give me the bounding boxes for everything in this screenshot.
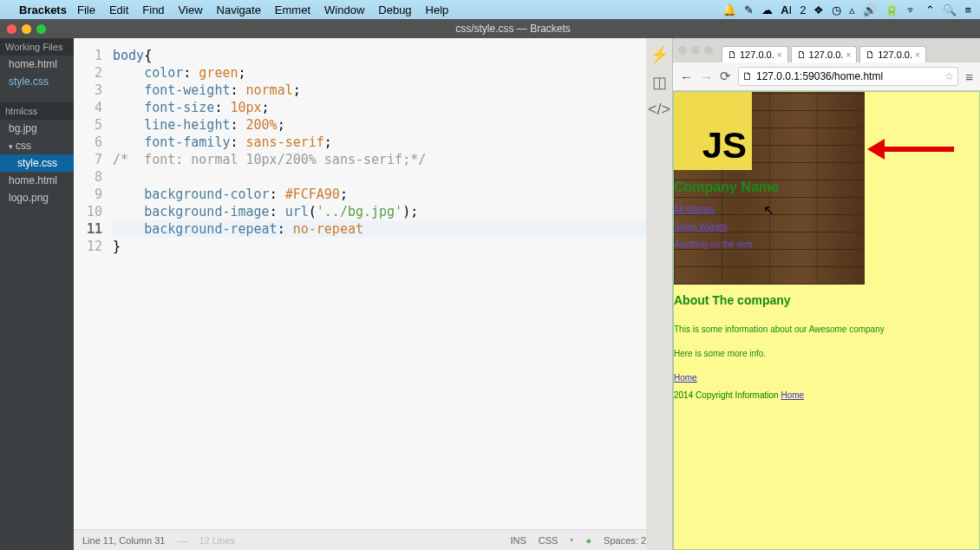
logo: JS [674, 92, 752, 170]
tree-item[interactable]: bg.jpg [0, 120, 74, 137]
tray-icon[interactable]: 2 [800, 3, 806, 16]
project-header[interactable]: htmlcss [0, 102, 74, 120]
nav-link[interactable]: All Widgits [674, 205, 715, 214]
extensions-icon[interactable]: ◫ [652, 73, 667, 92]
tree-folder-css[interactable]: css [0, 137, 74, 154]
code-area[interactable]: body{ color: green; font-weight: normal;… [113, 38, 672, 529]
browser-maximize-icon[interactable] [704, 46, 713, 55]
about-heading: About The company [674, 288, 979, 312]
browser-tabbar: 🗋127.0.0.× 🗋127.0.0.× 🗋127.0.0.× [673, 38, 980, 62]
browser-viewport: JS Company Name All Widgits Some Widgits… [673, 91, 980, 550]
annotation-arrow [867, 139, 954, 160]
paragraph: Here is some more info. [674, 345, 979, 363]
company-heading: Company Name [674, 174, 979, 201]
tray-icon[interactable]: 🔊 [863, 3, 877, 16]
tree-item[interactable]: home.html [0, 172, 74, 189]
tray-icon[interactable]: ⌃ [925, 3, 935, 16]
browser-tab[interactable]: 🗋127.0.0.× [791, 46, 858, 62]
tray-icon[interactable]: ▵ [849, 3, 855, 16]
code-editor[interactable]: 123456789101112 body{ color: green; font… [74, 38, 672, 550]
back-icon[interactable]: ← [680, 69, 693, 84]
browser-tab[interactable]: 🗋127.0.0.× [859, 46, 926, 62]
nav-text: Anything on the web [674, 239, 753, 249]
app-name[interactable]: Brackets [19, 3, 67, 16]
tray-icon[interactable]: ☁ [761, 3, 773, 16]
indent-mode[interactable]: Spaces: 2 [604, 535, 646, 546]
mouse-cursor-icon: ↖ [763, 202, 774, 219]
menu-find[interactable]: Find [142, 3, 164, 16]
close-tab-icon[interactable]: × [915, 50, 920, 60]
url-bar[interactable]: 🗋 127.0.0.1:59036/home.html ☆ [738, 67, 958, 86]
menu-edit[interactable]: Edit [109, 3, 128, 16]
tray-icon[interactable]: 🔍 [943, 3, 957, 16]
browser-toolbar: ← → ⟳ 🗋 127.0.0.1:59036/home.html ☆ ≡ [673, 62, 980, 91]
forward-icon[interactable]: → [700, 69, 713, 84]
mac-tray: 🔔 ✎ ☁ AI 2 ❖ ◷ ▵ 🔊 🔋 ᯤ ⌃ 🔍 ≡ [722, 3, 971, 16]
window-titlebar: css/style.css — Brackets [0, 19, 980, 38]
line-gutter: 123456789101112 [74, 38, 113, 529]
working-files-header: Working Files [0, 38, 74, 56]
tray-icon[interactable]: ᯤ [906, 3, 918, 16]
minimize-icon[interactable] [22, 24, 31, 34]
menu-file[interactable]: File [77, 3, 95, 16]
menu-window[interactable]: Window [324, 3, 364, 16]
url-text: 127.0.0.1:59036/home.html [756, 70, 883, 82]
cursor-position[interactable]: Line 11, Column 31 [82, 535, 165, 546]
status-circle-icon[interactable]: ● [585, 535, 591, 546]
copyright: 2014 Copyright Information [674, 390, 781, 400]
insert-mode[interactable]: INS [510, 535, 526, 546]
window-title: css/style.css — Brackets [455, 23, 571, 35]
browser-window: 🗋127.0.0.× 🗋127.0.0.× 🗋127.0.0.× ← → ⟳ 🗋… [672, 38, 980, 550]
mac-menubar: Brackets File Edit Find View Navigate Em… [0, 0, 980, 19]
menu-help[interactable]: Help [426, 3, 449, 16]
live-preview-icon[interactable]: ⚡ [650, 45, 669, 64]
menu-debug[interactable]: Debug [378, 3, 411, 16]
nav-link[interactable]: Some Widgits [674, 222, 728, 232]
close-icon[interactable] [7, 24, 16, 34]
tray-icon[interactable]: ≡ [964, 3, 971, 16]
home-link[interactable]: Home [674, 373, 697, 383]
statusbar: Line 11, Column 31 — 12 Lines INS CSS▾ ●… [74, 529, 672, 550]
menu-view[interactable]: View [179, 3, 203, 16]
paragraph: This is some information about our Aweso… [674, 321, 979, 338]
tray-icon[interactable]: ❖ [813, 3, 824, 16]
bookmark-icon[interactable]: ☆ [944, 70, 954, 82]
working-file[interactable]: style.css [0, 73, 74, 90]
menu-icon[interactable]: ≡ [965, 69, 973, 84]
line-count: 12 Lines [199, 535, 235, 546]
working-file[interactable]: home.html [0, 56, 74, 73]
close-tab-icon[interactable]: × [846, 50, 851, 60]
tray-icon[interactable]: AI [781, 3, 792, 16]
tray-icon[interactable]: 🔋 [885, 3, 898, 16]
menu-navigate[interactable]: Navigate [217, 3, 261, 16]
browser-tab[interactable]: 🗋127.0.0.× [722, 46, 788, 62]
menu-emmet[interactable]: Emmet [275, 3, 310, 16]
tree-item[interactable]: logo.png [0, 189, 74, 206]
close-tab-icon[interactable]: × [777, 50, 782, 60]
editor-toolbar: ⚡ ◫ </> [646, 38, 672, 550]
page-icon: 🗋 [742, 70, 753, 82]
tray-icon[interactable]: ◷ [832, 3, 841, 16]
browser-close-icon[interactable] [678, 46, 687, 55]
tree-item-style[interactable]: style.css [0, 154, 74, 172]
home-link[interactable]: Home [781, 390, 804, 400]
tray-icon[interactable]: ✎ [744, 3, 754, 16]
reload-icon[interactable]: ⟳ [720, 69, 731, 84]
language-mode[interactable]: CSS [539, 535, 559, 546]
code-icon[interactable]: </> [648, 101, 670, 119]
tray-icon[interactable]: 🔔 [722, 3, 736, 16]
sidebar: Working Files home.html style.css htmlcs… [0, 38, 74, 550]
browser-minimize-icon[interactable] [691, 46, 700, 55]
maximize-icon[interactable] [36, 24, 46, 34]
